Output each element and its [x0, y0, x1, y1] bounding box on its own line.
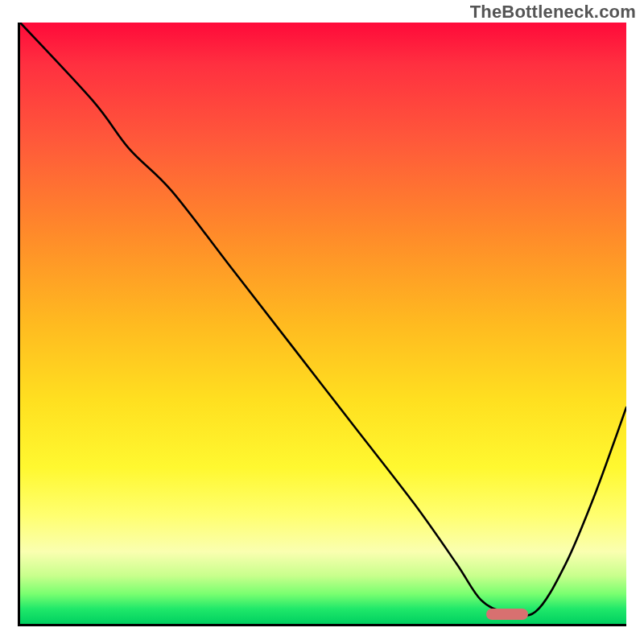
- bottleneck-curve: [20, 23, 626, 624]
- optimal-range-marker: [486, 609, 528, 620]
- watermark-text: TheBottleneck.com: [470, 2, 636, 23]
- plot-area: [18, 23, 626, 626]
- chart-container: TheBottleneck.com: [0, 0, 644, 644]
